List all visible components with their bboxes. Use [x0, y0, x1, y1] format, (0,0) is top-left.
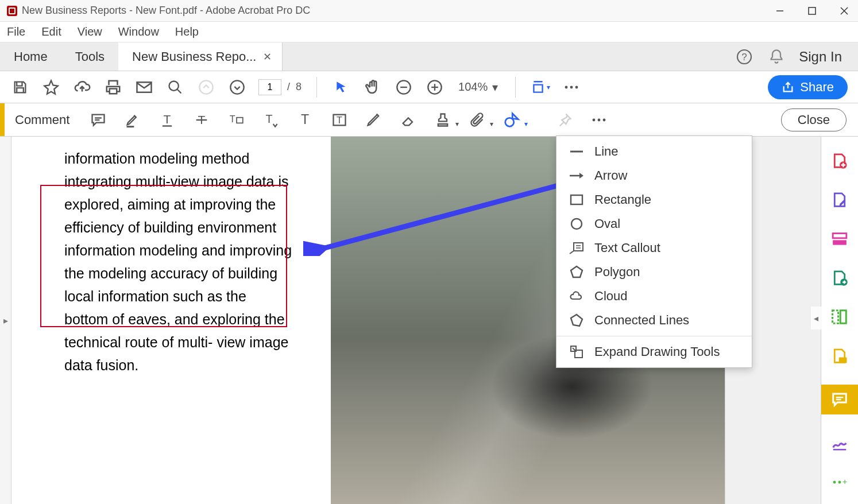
attach-file-icon[interactable]: ▾ — [467, 110, 488, 130]
more-tools-add-icon[interactable]: + — [829, 472, 850, 493]
print-icon[interactable] — [103, 77, 123, 97]
line-shape-icon — [569, 144, 584, 159]
zoom-select[interactable]: 104% ▾ — [456, 80, 500, 94]
zoom-out-icon[interactable] — [394, 77, 413, 97]
svg-point-62 — [838, 481, 841, 484]
menu-item-oval[interactable]: Oval — [556, 212, 752, 236]
organize-pages-icon[interactable] — [829, 307, 850, 327]
notifications-bell-icon[interactable] — [767, 47, 786, 67]
more-tools-icon[interactable] — [562, 77, 581, 97]
menu-item-connected-lines[interactable]: Connected Lines — [556, 308, 752, 332]
strikethrough-icon[interactable]: T — [191, 110, 212, 130]
highlight-icon[interactable] — [122, 110, 143, 130]
replace-text-icon[interactable]: T — [226, 110, 246, 130]
tab-home[interactable]: Home — [0, 42, 61, 71]
page-number-control: / 8 — [258, 79, 302, 95]
fit-width-icon[interactable]: ▾ — [531, 77, 550, 97]
svg-line-8 — [177, 89, 181, 93]
menu-help[interactable]: Help — [175, 25, 199, 38]
share-icon — [782, 81, 794, 94]
menu-item-expand-drawing-tools[interactable]: Expand Drawing Tools — [556, 340, 752, 364]
svg-rect-41 — [574, 243, 583, 251]
menu-view[interactable]: View — [78, 25, 102, 38]
drawing-tools-icon[interactable]: ▾ — [501, 110, 522, 130]
svg-point-33 — [593, 118, 596, 121]
signin-button[interactable]: Sign In — [799, 49, 842, 65]
menu-item-cloud[interactable]: Cloud — [556, 284, 752, 308]
help-icon[interactable]: ? — [735, 47, 754, 67]
svg-point-10 — [230, 80, 244, 94]
svg-point-61 — [833, 481, 836, 484]
drawing-shapes-menu: Line Arrow Rectangle Oval Text Callout P… — [556, 135, 752, 368]
comment-tool-icon[interactable] — [821, 385, 859, 414]
menu-item-line[interactable]: Line — [556, 139, 752, 164]
create-pdf-icon[interactable] — [829, 150, 850, 171]
star-icon[interactable] — [41, 77, 61, 97]
svg-rect-53 — [833, 240, 847, 245]
rectangle-annotation[interactable] — [40, 185, 287, 327]
expand-left-panel-handle[interactable]: ▸ — [0, 137, 11, 504]
save-icon[interactable] — [10, 77, 30, 97]
selection-tool-icon[interactable] — [332, 77, 351, 97]
text-box-icon[interactable]: T — [329, 110, 350, 130]
tab-tools[interactable]: Tools — [61, 42, 118, 71]
page-number-input[interactable] — [258, 79, 281, 95]
page-up-icon[interactable] — [196, 77, 216, 97]
page-down-icon[interactable] — [227, 77, 247, 97]
close-toolbar-button[interactable]: Close — [781, 108, 847, 131]
menu-edit[interactable]: Edit — [41, 25, 61, 38]
email-icon[interactable] — [134, 77, 154, 97]
pencil-draw-icon[interactable] — [364, 110, 384, 130]
menu-divider — [556, 336, 752, 336]
svg-text:T: T — [266, 112, 273, 125]
collapse-right-panel-handle[interactable]: ◂ — [811, 307, 821, 329]
text-callout-icon — [569, 241, 584, 255]
tab-document[interactable]: New Business Repo... ✕ — [118, 42, 283, 71]
pin-icon[interactable] — [554, 110, 575, 130]
svg-text:?: ? — [742, 52, 747, 63]
tab-close-icon[interactable]: ✕ — [263, 51, 272, 63]
close-window-button[interactable] — [837, 4, 851, 18]
menu-item-rectangle[interactable]: Rectangle — [556, 188, 752, 212]
share-button[interactable]: Share — [768, 75, 848, 99]
arrow-annotation[interactable] — [303, 176, 579, 256]
stamp-icon[interactable]: ▾ — [432, 110, 453, 130]
hand-tool-icon[interactable] — [363, 77, 382, 97]
svg-point-34 — [598, 118, 601, 121]
menu-item-polygon[interactable]: Polygon — [556, 260, 752, 284]
edit-pdf-icon[interactable] — [829, 189, 850, 210]
minimize-button[interactable] — [773, 4, 787, 18]
comment-toolbar: Comment T T T T T T ▾ ▾ ▾ Close — [0, 103, 858, 137]
menu-item-arrow[interactable]: Arrow — [556, 164, 752, 188]
send-for-comments-icon[interactable] — [829, 346, 850, 366]
expand-icon — [569, 344, 584, 359]
underline-text-icon[interactable]: T — [157, 110, 177, 130]
svg-point-35 — [603, 118, 606, 121]
menu-file[interactable]: File — [7, 25, 25, 38]
oval-shape-icon — [569, 216, 584, 231]
svg-rect-1 — [809, 7, 816, 14]
tabbar: Home Tools New Business Repo... ✕ ? Sign… — [0, 42, 858, 71]
export-pdf-icon[interactable] — [829, 267, 850, 288]
svg-point-7 — [169, 81, 179, 90]
tab-document-label: New Business Repo... — [132, 49, 256, 64]
cloud-upload-icon[interactable] — [72, 77, 92, 97]
svg-marker-46 — [571, 315, 582, 326]
combine-files-icon[interactable] — [829, 228, 850, 249]
menu-item-text-callout[interactable]: Text Callout — [556, 236, 752, 260]
chevron-down-icon: ▾ — [455, 120, 459, 128]
menu-window[interactable]: Window — [118, 25, 159, 38]
svg-point-9 — [199, 80, 212, 94]
maximize-button[interactable] — [805, 4, 819, 18]
chevron-down-icon: ▾ — [524, 120, 528, 128]
insert-text-icon[interactable]: T — [260, 110, 281, 130]
more-comment-tools-icon[interactable] — [589, 110, 609, 130]
svg-rect-27 — [237, 117, 243, 123]
zoom-in-icon[interactable] — [425, 77, 445, 97]
eraser-icon[interactable] — [398, 110, 419, 130]
add-text-comment-icon[interactable]: T — [295, 110, 315, 130]
search-icon[interactable] — [165, 77, 185, 97]
sticky-note-icon[interactable] — [88, 110, 109, 130]
svg-rect-56 — [840, 311, 846, 324]
fill-sign-icon[interactable] — [829, 433, 850, 453]
